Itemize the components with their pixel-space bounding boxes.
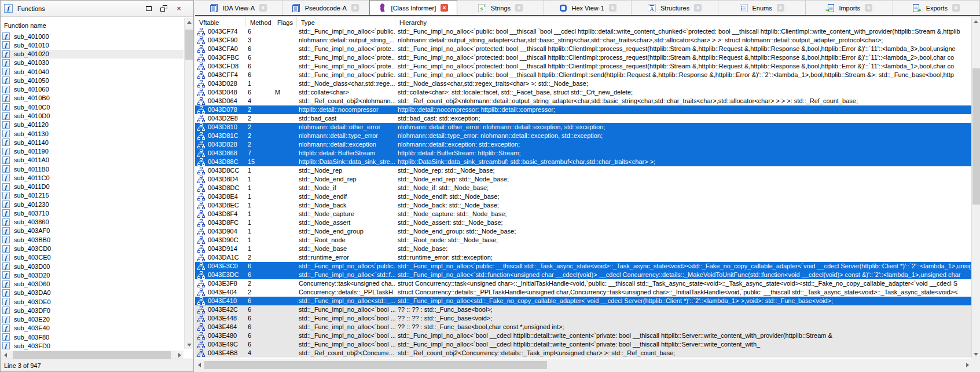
function-list-item[interactable]: fsub_401040 (1, 67, 183, 76)
vftable-row[interactable]: 0043D8EC1std::_Node_backstd::_Node_back:… (195, 201, 971, 210)
vftable-row[interactable]: 0043E3C06std::_Func_impl_no_alloc<`publi… (195, 262, 971, 271)
function-list-item[interactable]: fsub_401000 (1, 32, 183, 41)
functions-titlebar[interactable]: f Functions × (1, 1, 193, 17)
function-list-item[interactable]: fsub_403E20 (1, 315, 183, 324)
tab-hex-view-1[interactable]: Hex View-1× (544, 0, 632, 15)
function-list-item[interactable]: fsub_401230 (1, 200, 183, 209)
tab-strings[interactable]: sStrings× (457, 0, 545, 15)
vftable-row[interactable]: 0043CF746std::_Func_impl_no_alloc<`publi… (195, 27, 971, 36)
vftable-row[interactable]: 0043D9141std::_Node_basestd::_Node_base: (195, 245, 971, 253)
vftable-row[interactable]: 0043D0782httplib::detail::nocompressorht… (195, 105, 971, 114)
column-header-flags[interactable]: Flags (273, 17, 297, 27)
vftable-row[interactable]: 0043D88C15httplib::DataSink::data_sink_s… (195, 158, 971, 166)
function-list-item[interactable]: fsub_4011C0 (1, 173, 183, 182)
functions-horizontal-scrollbar[interactable] (1, 351, 183, 359)
tab-close-button[interactable]: × (441, 4, 448, 12)
tab-close-button[interactable]: × (609, 4, 616, 12)
vftable-row[interactable]: 0043CFA06std::_Func_impl_no_alloc<`prote… (195, 45, 971, 53)
scroll-right-button[interactable] (175, 351, 183, 359)
tab-close-button[interactable]: × (259, 4, 267, 12)
vftable-row[interactable]: 0043CFD86std::_Func_impl_no_alloc<`prote… (195, 62, 971, 71)
vftable-row[interactable]: 0043D0486Mstd::collate<char>std::collate… (195, 88, 971, 97)
scroll-left-button[interactable] (1, 351, 9, 359)
function-list-item[interactable]: fsub_403F80 (1, 333, 183, 341)
scroll-up-button[interactable] (972, 17, 980, 25)
vftable-row[interactable]: 0043D2E82std::bad_caststd::bad_cast: std… (195, 114, 971, 123)
function-list-item[interactable]: fsub_403D60 (1, 279, 183, 288)
function-list-item[interactable]: fsub_403D00 (1, 262, 183, 271)
vftable-row[interactable]: 0043D9041std::_Node_end_groupstd::_Node_… (195, 227, 971, 236)
tab-exports[interactable]: Exports× (893, 0, 980, 15)
scroll-down-button[interactable] (185, 341, 193, 349)
scrollbar-thumb[interactable] (185, 30, 193, 60)
vftable-row[interactable]: 0043D0644std::_Ref_count_obj2<nlohmann..… (195, 97, 971, 105)
function-list-item[interactable]: fsub_401140 (1, 138, 183, 147)
function-list-item[interactable]: fsub_403AF0 (1, 227, 183, 235)
vftable-row[interactable]: 0043E4646std::_Func_impl_no_alloc<`bool … (195, 323, 971, 331)
vftable-row[interactable]: 0043E4806std::_Func_impl_no_alloc<`bool … (195, 331, 971, 340)
vftable-row[interactable]: 0043E49C6std::_Func_impl_no_alloc<`bool … (195, 340, 971, 349)
function-list-item[interactable]: fsub_4010B0 (1, 94, 183, 103)
function-list-item[interactable]: fsub_4010D0 (1, 111, 183, 120)
vftable-row[interactable]: 0043D8687httplib::detail::BufferStreamht… (195, 149, 971, 158)
function-list-item[interactable]: fsub_403710 (1, 209, 183, 217)
tab-close-button[interactable]: × (952, 4, 960, 12)
close-button[interactable]: × (175, 5, 183, 12)
scrollbar-thumb[interactable] (13, 351, 171, 359)
column-header-type[interactable]: Type (297, 17, 395, 27)
function-list-item[interactable]: fsub_401050 (1, 76, 183, 85)
function-list-item[interactable]: fsub_403D20 (1, 271, 183, 279)
function-list-item[interactable]: fsub_401010 (1, 41, 183, 49)
function-list-item[interactable]: fsub_4011B0 (1, 165, 183, 173)
vftable-row[interactable]: 0043D8F41std::_Node_capturestd::_Node_ca… (195, 210, 971, 218)
tab-enums[interactable]: Enums× (718, 0, 806, 15)
column-header-vftable[interactable]: Vftable (195, 17, 246, 27)
function-list-item[interactable]: fsub_4011A0 (1, 156, 183, 165)
vftable-row[interactable]: 0043D8D41std::_Node_end_repstd::_Node_en… (195, 175, 971, 184)
function-list-item[interactable]: fsub_401030 (1, 59, 183, 67)
scrollbar-thumb[interactable] (204, 361, 547, 369)
function-list-item[interactable]: fsub_403DE0 (1, 297, 183, 306)
scroll-up-button[interactable] (185, 18, 193, 26)
tab-pseudocode-a[interactable]: Pseudocode-A× (282, 0, 370, 15)
float-button[interactable] (160, 5, 168, 12)
tab-close-button[interactable]: × (515, 4, 523, 12)
table-vertical-scrollbar[interactable] (971, 17, 980, 358)
functions-vertical-scrollbar[interactable] (184, 18, 193, 349)
column-header-method[interactable]: Method (246, 17, 273, 27)
vftable-row[interactable]: 0043D8E41std::_Node_endifstd::_Node_endi… (195, 192, 971, 201)
function-list-item[interactable]: fsub_403FD0 (1, 341, 183, 350)
vftable-row[interactable]: 0043D90C1std::_Root_nodestd::_Root_node:… (195, 236, 971, 245)
scroll-left-button[interactable] (195, 360, 203, 370)
vftable-row[interactable]: 0043E3DC6std::_Func_impl_no_alloc<`std::… (195, 271, 971, 279)
vftable-row[interactable]: 0043D8FC1std::_Node_assertstd::_Node_ass… (195, 218, 971, 227)
vftable-row[interactable]: 0043E4106std::_Func_impl_no_alloc<std::_… (195, 297, 971, 305)
vftable-row[interactable]: 0043CF903nlohmann::detail::output_string… (195, 36, 971, 45)
tab-imports[interactable]: Imports× (806, 0, 893, 15)
function-list-item[interactable]: fsub_401120 (1, 121, 183, 129)
function-list-item[interactable]: fsub_401190 (1, 147, 183, 155)
vftable-row[interactable]: 0043D81C2nlohmann::detail::type_errornlo… (195, 132, 971, 140)
vftable-row[interactable]: 0043E42C6std::_Func_impl_no_alloc<`bool … (195, 305, 971, 314)
maximize-button[interactable] (145, 5, 153, 12)
tab-structures[interactable]: AStructures× (632, 0, 719, 15)
function-list-item[interactable]: fsub_403CE0 (1, 253, 183, 262)
vftable-row[interactable]: 0043D8DC1std::_Node_ifstd::_Node_if: std… (195, 184, 971, 192)
vftable-row[interactable]: 0043E4486std::_Func_impl_no_alloc<`bool … (195, 314, 971, 323)
vftable-row[interactable]: 0043D0281std::_Node_class<char,std::rege… (195, 79, 971, 88)
vftable-row[interactable]: 0043DA1C2std::runtime_errorstd::runtime_… (195, 253, 971, 262)
tab-close-button[interactable]: × (351, 4, 359, 12)
vftable-row[interactable]: 0043E3F82Concurrency::task<unsigned cha.… (195, 279, 971, 288)
vftable-row[interactable]: 0043D8282nlohmann::detail::exceptionnloh… (195, 140, 971, 149)
function-list-item[interactable]: fsub_401215 (1, 191, 183, 200)
function-list-item[interactable]: fsub_4011D0 (1, 183, 183, 191)
tab-close-button[interactable]: × (777, 4, 784, 12)
function-list-item[interactable]: fsub_401020 (1, 50, 183, 59)
scroll-right-button[interactable] (963, 360, 971, 370)
function-name-column-header[interactable]: Function name (4, 21, 46, 30)
function-list-item[interactable]: fsub_403E40 (1, 324, 183, 333)
table-horizontal-scrollbar[interactable] (195, 360, 971, 370)
tab-ida-view-a[interactable]: IDA View-A× (195, 0, 282, 15)
function-list-item[interactable]: fsub_403860 (1, 218, 183, 227)
function-list-item[interactable]: fsub_401060 (1, 85, 183, 94)
